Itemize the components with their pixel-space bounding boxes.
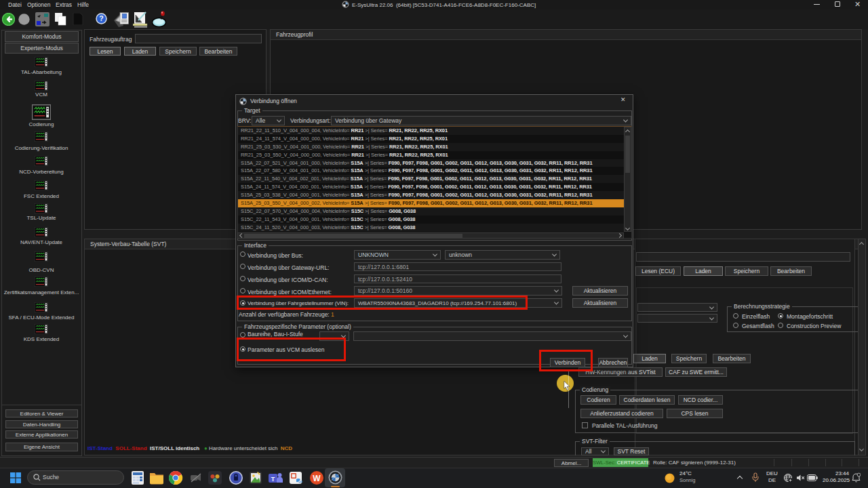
svg-text:?: ?	[99, 14, 103, 22]
svg-text:T: T	[271, 476, 275, 483]
svg-text:W: W	[313, 474, 321, 483]
svg-text:go: go	[298, 479, 303, 483]
